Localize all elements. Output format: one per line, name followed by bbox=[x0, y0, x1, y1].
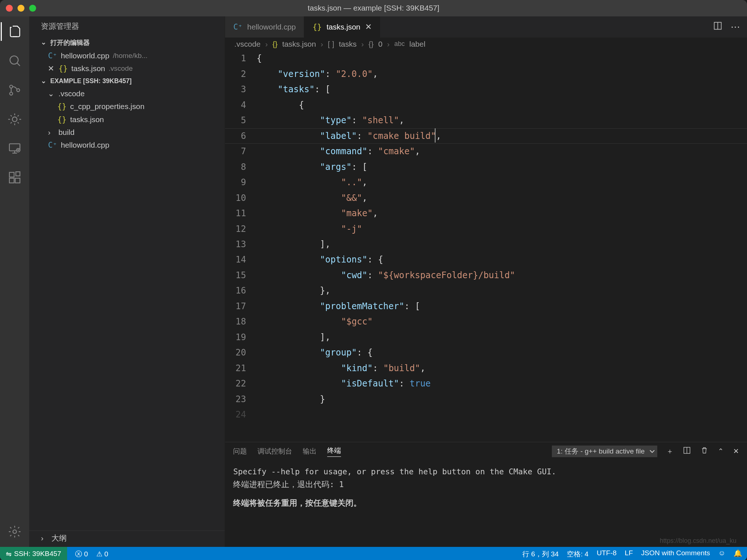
open-editor-tasks[interactable]: ✕{}tasks.json .vscode bbox=[29, 62, 225, 75]
folder-build[interactable]: ›build bbox=[29, 126, 225, 139]
json-icon: {} bbox=[313, 23, 322, 31]
activity-bar bbox=[0, 16, 29, 547]
split-terminal-icon[interactable] bbox=[683, 446, 691, 456]
svg-point-1 bbox=[9, 85, 12, 88]
source-control-icon[interactable] bbox=[1, 81, 29, 99]
explorer-sidebar: 资源管理器 ⌄打开的编辑器 C⁺helloworld.cpp /home/kb.… bbox=[29, 16, 225, 547]
sidebar-title: 资源管理器 bbox=[29, 16, 225, 36]
cpp-icon: C⁺ bbox=[233, 23, 243, 31]
close-icon[interactable]: ✕ bbox=[48, 64, 55, 73]
status-warnings[interactable]: ⚠ 0 bbox=[96, 550, 108, 558]
window-title: tasks.json — example [SSH: 39KB457] bbox=[0, 4, 747, 12]
panel-tab-debug[interactable]: 调试控制台 bbox=[258, 446, 292, 456]
panel-tab-problems[interactable]: 问题 bbox=[233, 446, 247, 456]
open-editor-helloworld[interactable]: C⁺helloworld.cpp /home/kb... bbox=[29, 49, 225, 62]
close-tab-icon[interactable]: ✕ bbox=[365, 22, 372, 32]
status-errors[interactable]: ⓧ 0 bbox=[75, 549, 88, 559]
maximize-panel-icon[interactable]: ⌃ bbox=[718, 447, 724, 455]
svg-rect-7 bbox=[9, 172, 14, 177]
code-content[interactable]: { "version": "2.0.0", "tasks": [ { "type… bbox=[256, 51, 747, 442]
minimize-window-icon[interactable] bbox=[18, 5, 24, 12]
outline-section[interactable]: ›大纲 bbox=[29, 530, 225, 547]
terminal-output[interactable]: Specify --help for usage, or press the h… bbox=[225, 460, 747, 547]
breadcrumb[interactable]: .vscode› {}tasks.json› [ ]tasks› {}0› ab… bbox=[225, 38, 747, 51]
feedback-icon[interactable]: ☺ bbox=[718, 549, 725, 559]
indentation[interactable]: 空格: 4 bbox=[567, 549, 588, 559]
language-mode[interactable]: JSON with Comments bbox=[641, 549, 710, 559]
cursor-position[interactable]: 行 6，列 34 bbox=[522, 549, 559, 559]
remote-explorer-icon[interactable] bbox=[1, 139, 29, 158]
svg-point-0 bbox=[10, 56, 18, 64]
workspace-section[interactable]: ⌄EXAMPLE [SSH: 39KB457] bbox=[29, 75, 225, 88]
minimap[interactable] bbox=[691, 51, 747, 442]
close-window-icon[interactable] bbox=[6, 5, 13, 12]
status-bar: ⇋SSH: 39KB457 ⓧ 0 ⚠ 0 行 6，列 34 空格: 4 UTF… bbox=[0, 547, 747, 560]
svg-point-11 bbox=[13, 530, 16, 533]
watermark: https://blog.csdn.net/ua_ku bbox=[660, 537, 736, 545]
terminal-selector[interactable]: 1: 任务 - g++ build active file bbox=[552, 446, 657, 457]
json-icon: {} bbox=[57, 115, 67, 124]
code-editor[interactable]: 123456789101112131415161718192021222324 … bbox=[225, 51, 747, 442]
json-icon: {} bbox=[57, 102, 67, 111]
encoding[interactable]: UTF-8 bbox=[597, 549, 616, 559]
explorer-icon[interactable] bbox=[1, 22, 29, 41]
cpp-icon: C⁺ bbox=[48, 141, 57, 149]
remote-indicator[interactable]: ⇋SSH: 39KB457 bbox=[0, 547, 67, 560]
panel-tab-output[interactable]: 输出 bbox=[303, 446, 317, 456]
debug-icon[interactable] bbox=[1, 110, 29, 128]
tab-helloworld[interactable]: C⁺helloworld.cpp bbox=[225, 16, 304, 38]
more-actions-icon[interactable]: ⋯ bbox=[731, 22, 740, 32]
open-editors-section[interactable]: ⌄打开的编辑器 bbox=[29, 36, 225, 49]
folder-vscode[interactable]: ⌄.vscode bbox=[29, 88, 225, 100]
line-gutter: 123456789101112131415161718192021222324 bbox=[225, 51, 257, 442]
file-c-cpp-properties[interactable]: {}c_cpp_properties.json bbox=[29, 100, 225, 113]
svg-rect-9 bbox=[15, 178, 20, 183]
svg-rect-10 bbox=[16, 172, 20, 176]
editor-tabs: C⁺helloworld.cpp {}tasks.json✕ ⋯ bbox=[225, 16, 747, 38]
editor-area: C⁺helloworld.cpp {}tasks.json✕ ⋯ .vscode… bbox=[225, 16, 747, 547]
svg-rect-8 bbox=[9, 178, 14, 183]
remote-icon: ⇋ bbox=[6, 550, 12, 558]
eol[interactable]: LF bbox=[625, 549, 633, 559]
tab-tasks[interactable]: {}tasks.json✕ bbox=[304, 16, 380, 38]
cpp-icon: C⁺ bbox=[48, 51, 57, 60]
settings-gear-icon[interactable] bbox=[1, 522, 29, 541]
file-tasks-json[interactable]: {}tasks.json bbox=[29, 113, 225, 126]
new-terminal-icon[interactable]: ＋ bbox=[666, 446, 673, 456]
kill-terminal-icon[interactable] bbox=[700, 446, 708, 456]
notifications-icon[interactable]: 🔔 bbox=[734, 549, 742, 559]
bottom-panel: 问题 调试控制台 输出 终端 1: 任务 - g++ build active … bbox=[225, 442, 747, 547]
svg-point-3 bbox=[17, 89, 20, 92]
svg-point-4 bbox=[12, 117, 17, 121]
panel-tab-terminal[interactable]: 终端 bbox=[327, 446, 341, 457]
extensions-icon[interactable] bbox=[1, 168, 29, 187]
split-editor-icon[interactable] bbox=[713, 21, 723, 33]
file-helloworld-cpp[interactable]: C⁺helloworld.cpp bbox=[29, 139, 225, 152]
json-icon: {} bbox=[58, 64, 68, 73]
titlebar: tasks.json — example [SSH: 39KB457] bbox=[0, 0, 747, 16]
window-controls bbox=[6, 5, 36, 12]
maximize-window-icon[interactable] bbox=[29, 5, 36, 12]
close-panel-icon[interactable]: ✕ bbox=[733, 447, 739, 455]
search-icon[interactable] bbox=[1, 51, 29, 70]
svg-point-2 bbox=[9, 92, 12, 95]
